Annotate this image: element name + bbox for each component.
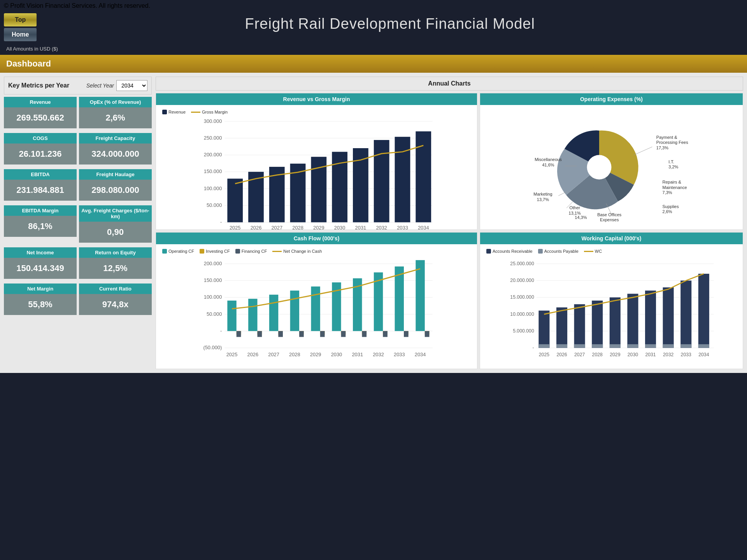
copyright-bar: © Profit Vision Financial Services. All … bbox=[0, 0, 747, 12]
svg-rect-124 bbox=[556, 307, 567, 348]
svg-rect-98 bbox=[383, 331, 388, 337]
svg-text:Payment &: Payment & bbox=[656, 135, 677, 140]
svg-rect-136 bbox=[592, 344, 603, 348]
svg-rect-138 bbox=[627, 344, 638, 348]
metric-card-left-5: Net Margin 55,8% bbox=[4, 284, 77, 315]
home-button[interactable]: Home bbox=[4, 28, 37, 41]
metric-label-left-5: Net Margin bbox=[4, 284, 77, 294]
svg-text:2033: 2033 bbox=[394, 352, 405, 357]
metric-label-left-0: Revenue bbox=[4, 97, 77, 107]
metric-row-1: COGS 26.101.236 Freight Capacity 324.000… bbox=[4, 133, 152, 164]
svg-text:100.000: 100.000 bbox=[204, 294, 222, 300]
metric-label-right-4: Return on Equity bbox=[79, 247, 152, 258]
metric-card-left-1: COGS 26.101.236 bbox=[4, 133, 77, 164]
svg-rect-93 bbox=[278, 331, 283, 337]
legend-revenue: Revenue bbox=[162, 110, 186, 114]
svg-text:Processing Fees: Processing Fees bbox=[656, 140, 688, 145]
svg-text:(50.000): (50.000) bbox=[203, 345, 222, 350]
svg-rect-130 bbox=[663, 287, 674, 348]
legend-netchg: Net Change in Cash bbox=[272, 249, 322, 254]
metric-value-right-5: 974,8x bbox=[79, 294, 152, 315]
svg-text:I.T.: I.T. bbox=[668, 159, 674, 164]
metric-label-right-0: OpEx (% of Revenue) bbox=[79, 97, 152, 107]
metric-label-left-4: Net Income bbox=[4, 247, 77, 258]
opex-pie-svg: Miscellaneous 41,6% Payment & Processing… bbox=[483, 108, 740, 226]
svg-text:13,1%: 13,1% bbox=[569, 211, 581, 215]
svg-text:2028: 2028 bbox=[289, 352, 300, 357]
metric-value-left-2: 231.984.881 bbox=[4, 180, 77, 201]
wc-chart-title: Working Capital (000's) bbox=[480, 233, 743, 244]
svg-text:2029: 2029 bbox=[313, 225, 324, 231]
dashboard-title: Dashboard bbox=[6, 59, 51, 68]
svg-text:-: - bbox=[220, 219, 222, 225]
legend-opcf: Operating CF bbox=[162, 249, 194, 254]
legend-ar-icon bbox=[486, 249, 491, 254]
legend-opcf-label: Operating CF bbox=[168, 249, 194, 254]
legend-wc-icon bbox=[584, 251, 593, 252]
opex-chart: Operating Expenses (%) bbox=[480, 93, 743, 230]
opex-chart-inner: Miscellaneous 41,6% Payment & Processing… bbox=[480, 105, 743, 229]
svg-point-34 bbox=[587, 155, 612, 180]
svg-text:20.000.000: 20.000.000 bbox=[510, 278, 534, 283]
legend-netchg-icon bbox=[272, 251, 282, 252]
header-title-area: Freight Rail Development Financial Model bbox=[37, 13, 743, 32]
svg-text:2027: 2027 bbox=[574, 352, 585, 357]
dashboard-banner: Dashboard bbox=[0, 55, 747, 73]
legend-netchg-label: Net Change in Cash bbox=[283, 249, 322, 254]
svg-rect-23 bbox=[416, 131, 431, 222]
copyright-text: © Profit Vision Financial Services. All … bbox=[4, 2, 150, 9]
svg-rect-91 bbox=[237, 331, 241, 337]
metric-value-left-4: 150.414.349 bbox=[4, 258, 77, 279]
revenue-chart-svg: 300.000 250.000 200.000 150.000 100.000 … bbox=[159, 116, 474, 234]
svg-rect-94 bbox=[299, 331, 304, 337]
metric-value-left-1: 26.101.236 bbox=[4, 144, 77, 164]
opex-chart-title: Operating Expenses (%) bbox=[480, 93, 743, 105]
metric-label-right-1: Freight Capacity bbox=[79, 133, 152, 144]
svg-text:50.000: 50.000 bbox=[207, 202, 222, 208]
legend-gm-label: Gross Margin bbox=[202, 110, 228, 114]
legend-ap-icon bbox=[538, 249, 543, 254]
year-select[interactable]: 2034 2033 2032 2031 2030 2029 2028 2027 … bbox=[116, 80, 147, 91]
annual-charts-title: Annual Charts bbox=[428, 80, 470, 87]
svg-rect-74 bbox=[290, 290, 299, 331]
svg-rect-140 bbox=[663, 344, 674, 348]
metrics-header: Key Metrics per Year Select Year 2034 20… bbox=[4, 77, 152, 94]
svg-text:200.000: 200.000 bbox=[204, 152, 222, 158]
svg-rect-99 bbox=[404, 331, 409, 337]
svg-rect-20 bbox=[353, 148, 368, 222]
metric-card-left-0: Revenue 269.550.662 bbox=[4, 97, 77, 128]
svg-text:2,6%: 2,6% bbox=[663, 209, 672, 214]
legend-wc: WC bbox=[584, 249, 602, 254]
metric-value-left-0: 269.550.662 bbox=[4, 107, 77, 128]
metric-card-right-4: Return on Equity 12,5% bbox=[79, 247, 152, 279]
legend-ap: Accounts Payable bbox=[538, 249, 579, 254]
metric-value-right-2: 298.080.000 bbox=[79, 180, 152, 201]
svg-text:300.000: 300.000 bbox=[204, 118, 222, 124]
svg-rect-129 bbox=[645, 290, 656, 348]
wc-chart-inner: Accounts Receivable Accounts Payable WC bbox=[480, 244, 743, 369]
svg-rect-123 bbox=[538, 311, 549, 348]
metric-value-right-1: 324.000.000 bbox=[79, 144, 152, 164]
svg-text:2030: 2030 bbox=[628, 352, 638, 357]
svg-rect-96 bbox=[341, 331, 346, 337]
top-button[interactable]: Top bbox=[4, 13, 37, 26]
svg-text:2025: 2025 bbox=[539, 352, 549, 357]
nav-buttons: Top Home bbox=[4, 13, 37, 41]
svg-text:2034: 2034 bbox=[698, 352, 709, 357]
legend-invcf-label: Investing CF bbox=[206, 249, 230, 254]
svg-rect-126 bbox=[592, 301, 603, 348]
metric-label-left-1: COGS bbox=[4, 133, 77, 144]
svg-text:7,3%: 7,3% bbox=[663, 190, 672, 195]
select-year-label: Select Year bbox=[86, 82, 114, 89]
revenue-gross-margin-chart: Revenue vs Gross Margin Revenue Gross Ma… bbox=[156, 93, 477, 230]
svg-text:2027: 2027 bbox=[271, 225, 282, 231]
svg-rect-79 bbox=[395, 266, 404, 331]
metric-value-right-0: 2,6% bbox=[79, 107, 152, 128]
svg-text:-: - bbox=[533, 345, 534, 350]
currency-note: All Amounts in USD ($) bbox=[0, 43, 747, 55]
metric-label-right-3: Avg. Freight Charges ($/ton-km) bbox=[79, 205, 152, 222]
metric-row-3: EBITDA Margin 86,1% Avg. Freight Charges… bbox=[4, 205, 152, 243]
svg-text:15.000.000: 15.000.000 bbox=[510, 294, 534, 300]
charts-panel: Annual Charts Revenue vs Gross Margin Re… bbox=[156, 77, 743, 369]
svg-rect-133 bbox=[538, 344, 549, 348]
